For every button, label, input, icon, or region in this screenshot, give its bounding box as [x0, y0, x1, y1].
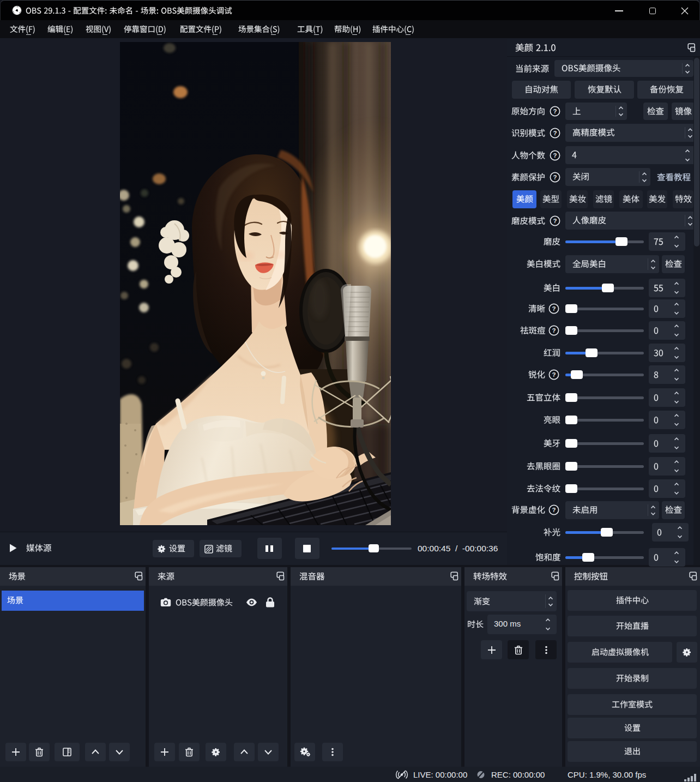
svg-text:?: ?	[553, 174, 557, 181]
svg-text:?: ?	[553, 152, 557, 159]
svg-text:?: ?	[553, 130, 557, 136]
svg-text:?: ?	[552, 371, 556, 378]
svg-text:?: ?	[552, 507, 556, 513]
svg-text:?: ?	[552, 327, 556, 334]
svg-text:?: ?	[552, 305, 556, 312]
svg-text:?: ?	[553, 218, 557, 224]
svg-text:?: ?	[553, 108, 557, 115]
